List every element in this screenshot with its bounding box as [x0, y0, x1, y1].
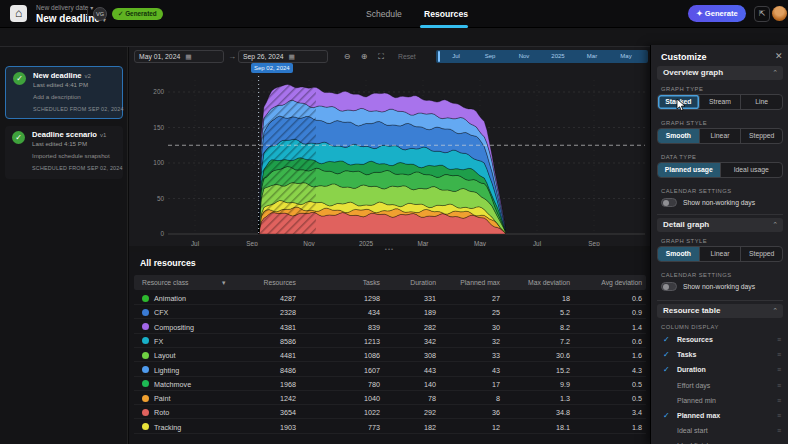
data-type-segmented[interactable]: Planned usageIdeal usage: [657, 162, 783, 178]
table-cell: 12: [492, 423, 500, 432]
app-bar: ⌂ New delivery date ▾ New deadline ▾ VG …: [0, 0, 788, 28]
close-icon[interactable]: ✕: [775, 51, 783, 61]
segment-option-stepped[interactable]: Stepped: [741, 129, 782, 143]
y-tick-label: 0: [138, 230, 164, 237]
column-option-ideal-start[interactable]: Ideal start≡: [661, 425, 783, 439]
table-row[interactable]: Compositing4381839282308.21.4: [134, 320, 646, 334]
table-row[interactable]: Roto365410222923634.83.4: [134, 405, 646, 419]
section-detail-graph[interactable]: Detail graph⌃: [657, 218, 783, 232]
column-option-effort-days[interactable]: Effort days≡: [661, 380, 783, 394]
table-row[interactable]: Animation4287129833127180.6: [134, 291, 646, 305]
drag-handle-icon[interactable]: ≡: [777, 412, 781, 419]
resource-class-name: Paint: [154, 394, 170, 403]
end-date-picker[interactable]: Sep 26, 2024▦: [238, 50, 328, 63]
table-cell: 3654: [280, 408, 296, 417]
section-resource-table[interactable]: Resource table⌃: [657, 304, 783, 318]
column-option-ideal-finish[interactable]: Ideal finish≡: [661, 440, 783, 444]
table-cell: 182: [424, 423, 436, 432]
generate-button[interactable]: ✦ Generate: [688, 5, 746, 22]
column-option-tasks[interactable]: ✓Tasks≡: [661, 349, 783, 363]
reset-zoom-button[interactable]: Reset: [398, 53, 416, 60]
table-cell: 8.2: [560, 323, 570, 332]
drag-handle-icon[interactable]: ≡: [777, 351, 781, 358]
column-option-duration[interactable]: ✓Duration≡: [661, 364, 783, 378]
column-header[interactable]: Max deviation: [528, 279, 570, 286]
table-row[interactable]: Layout448110863083330.61.6: [134, 348, 646, 362]
segment-option-smooth[interactable]: Smooth: [658, 129, 700, 143]
scenario-card-deadline-scenario[interactable]: ✓ Deadline scenariov1 Last edited 4:15 P…: [5, 126, 123, 179]
table-row[interactable]: Matchmove1968780140179.90.5: [134, 377, 646, 391]
y-tick-label: 100: [138, 159, 164, 166]
graph-style-segmented[interactable]: SmoothLinearStepped: [657, 128, 783, 144]
drag-handle-icon[interactable]: ≡: [777, 366, 781, 373]
toggle-switch[interactable]: [661, 282, 677, 291]
table-title: All resources: [140, 258, 196, 268]
resource-class-dot: [142, 309, 149, 316]
segment-option-stepped[interactable]: Stepped: [741, 247, 782, 261]
data-type-label: DATA TYPE: [661, 154, 696, 160]
drag-handle-icon[interactable]: ≡: [777, 397, 781, 404]
share-icon[interactable]: ⇱: [754, 6, 770, 22]
table-cell: 1242: [280, 394, 296, 403]
column-option-planned-min[interactable]: Planned min≡: [661, 395, 783, 409]
sort-caret-icon[interactable]: ▾: [222, 279, 225, 287]
table-row[interactable]: Lighting848616074434315.24.3: [134, 363, 646, 377]
minimap-handle[interactable]: [438, 51, 440, 62]
segment-option-stream[interactable]: Stream: [700, 95, 742, 109]
start-date-picker[interactable]: May 01, 2024▦: [134, 50, 224, 63]
table-header[interactable]: Resource class▾ResourcesTasksDurationPla…: [134, 275, 646, 290]
segment-option-planned-usage[interactable]: Planned usage: [658, 163, 721, 177]
date-range-arrow-icon: →: [228, 52, 236, 61]
table-cell: 1213: [364, 337, 380, 346]
table-row[interactable]: CFX2328434189255.20.9: [134, 305, 646, 319]
table-row[interactable]: Paint124210407881.30.5: [134, 391, 646, 405]
detail-graph-style-segmented[interactable]: SmoothLinearStepped: [657, 246, 783, 262]
column-option-resources[interactable]: ✓Resources≡: [661, 334, 783, 348]
zoom-in-icon[interactable]: ⊕: [357, 51, 371, 63]
segment-option-linear[interactable]: Linear: [700, 129, 742, 143]
check-icon: ✓: [663, 350, 670, 359]
column-display-label: COLUMN DISPLAY: [661, 324, 719, 330]
column-header[interactable]: Tasks: [363, 279, 380, 286]
segment-option-linear[interactable]: Linear: [700, 247, 742, 261]
segment-option-line[interactable]: Line: [741, 95, 782, 109]
drag-handle-icon[interactable]: ≡: [777, 336, 781, 343]
toggle-switch[interactable]: [661, 198, 677, 207]
customize-panel-title: Customize: [661, 52, 707, 62]
table-cell: 189: [424, 308, 436, 317]
table-cell: 18: [562, 294, 570, 303]
table-cell: 4481: [280, 351, 296, 360]
table-cell: 17: [492, 380, 500, 389]
stacked-area-chart[interactable]: [168, 70, 645, 240]
table-cell: 1.8: [632, 423, 642, 432]
table-cell: 27: [492, 294, 500, 303]
timeline-minimap[interactable]: JulSepNov2025MarMay: [436, 50, 648, 63]
project-switcher[interactable]: New delivery date ▾: [36, 4, 93, 11]
home-icon[interactable]: ⌂: [10, 5, 27, 22]
table-cell: 1.6: [632, 351, 642, 360]
drag-handle-icon[interactable]: ≡: [777, 427, 781, 434]
column-header[interactable]: Planned max: [460, 279, 500, 286]
table-row[interactable]: Tracking19037731821218.11.8: [134, 420, 646, 434]
table-cell: 8486: [280, 366, 296, 375]
tab-schedule[interactable]: Schedule: [366, 9, 402, 19]
resource-class-dot: [142, 409, 149, 416]
table-cell: 4381: [280, 323, 296, 332]
segment-option-smooth[interactable]: Smooth: [658, 247, 700, 261]
scenario-card-new-deadline[interactable]: ✓ New deadlinev2 Last edited 4:41 PM Add…: [5, 66, 123, 119]
column-header[interactable]: Resources: [264, 279, 297, 286]
column-option-planned-max[interactable]: ✓Planned max≡: [661, 410, 783, 424]
zoom-fit-icon[interactable]: ⛶: [374, 51, 388, 63]
table-row[interactable]: FX85861213342327.20.6: [134, 334, 646, 348]
column-header[interactable]: Duration: [410, 279, 436, 286]
zoom-out-icon[interactable]: ⊖: [340, 51, 354, 63]
column-header[interactable]: Avg deviation: [601, 279, 642, 286]
tab-resources[interactable]: Resources: [424, 9, 468, 19]
graph-type-label: GRAPH TYPE: [661, 86, 703, 92]
segment-option-ideal-usage[interactable]: Ideal usage: [721, 163, 783, 177]
column-header[interactable]: Resource class: [142, 279, 188, 286]
avatar[interactable]: [772, 6, 787, 21]
collaborator-badge[interactable]: VG: [93, 7, 107, 21]
section-overview-graph[interactable]: Overview graph⌃: [657, 66, 783, 80]
drag-handle-icon[interactable]: ≡: [777, 382, 781, 389]
